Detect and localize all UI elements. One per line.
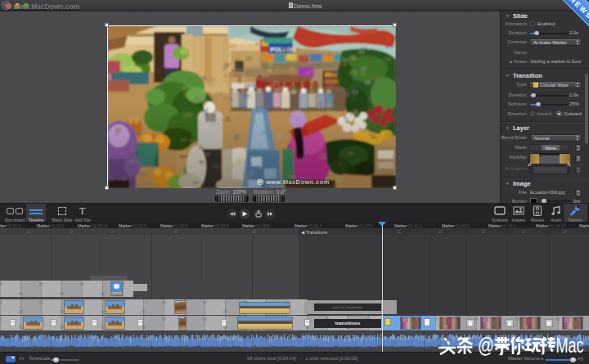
svg-text:@: @: [478, 333, 494, 357]
svg-text:Mac: Mac: [556, 333, 584, 357]
